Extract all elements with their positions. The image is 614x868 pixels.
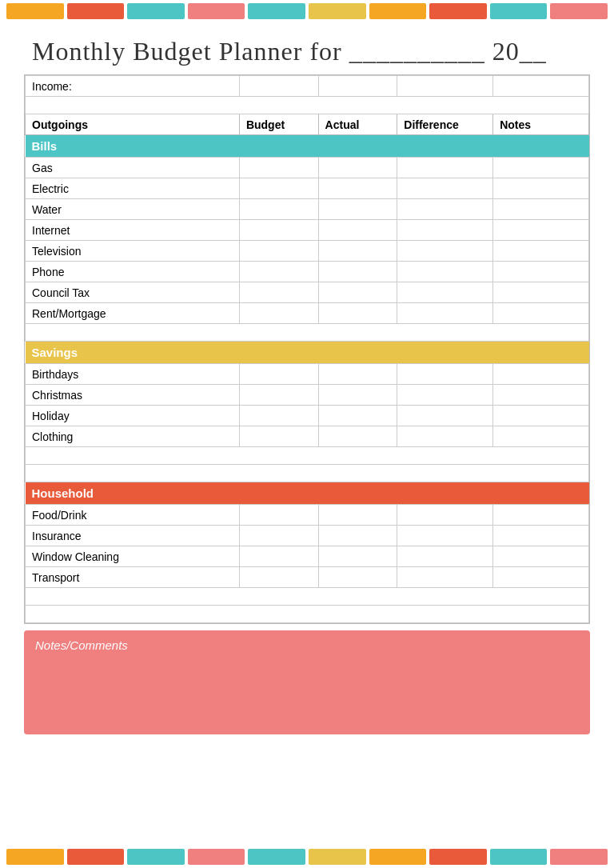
income-label: Income: [26,76,240,97]
table-row: Birthdays [26,364,589,385]
strip-block [429,849,487,865]
section-household-header: Household [26,482,589,505]
strip-block [309,3,366,19]
table-row: Food/Drink [26,505,589,526]
table-row: Holiday [26,406,589,426]
spacer-row [26,97,589,114]
strip-block [6,3,64,19]
strip-block [248,3,305,19]
table-row: Water [26,199,589,220]
item-internet: Internet [26,220,240,241]
col-header-notes: Notes [493,114,589,135]
col-header-outgoings: Outgoings [26,114,240,135]
item-electric: Electric [26,178,240,199]
top-color-strip [0,0,614,22]
budget-table: Income: Outgoings Budget Actual Differen… [25,75,589,623]
strip-block [309,849,366,865]
item-phone: Phone [26,262,240,282]
savings-label: Savings [26,342,589,364]
strip-block [6,849,64,865]
strip-block [127,849,185,865]
table-row: Rent/Mortgage [26,303,589,324]
table-row: Phone [26,262,589,282]
col-header-difference: Difference [397,114,493,135]
table-row: Gas [26,158,589,178]
item-christmas: Christmas [26,385,240,406]
spacer-row [26,606,589,623]
table-row: Council Tax [26,282,589,303]
item-television: Television [26,241,240,262]
spacer-row [26,465,589,482]
bills-label: Bills [26,135,589,158]
strip-block [490,3,548,19]
item-gas: Gas [26,158,240,178]
notes-comments-box: Notes/Comments [24,630,590,734]
item-window-cleaning: Window Cleaning [26,546,240,567]
table-row: Internet [26,220,589,241]
strip-block [550,849,608,865]
budget-table-container: Income: Outgoings Budget Actual Differen… [24,74,590,624]
item-transport: Transport [26,567,240,588]
strip-block [429,3,487,19]
strip-block [188,3,245,19]
section-bills-header: Bills [26,135,589,158]
table-row: Christmas [26,385,589,406]
item-rent-mortgage: Rent/Mortgage [26,303,240,324]
item-clothing: Clothing [26,426,240,447]
notes-label: Notes/Comments [35,638,128,652]
strip-block [188,849,245,865]
col-header-budget: Budget [239,114,318,135]
col-header-actual: Actual [318,114,397,135]
table-row: Transport [26,567,589,588]
item-water: Water [26,199,240,220]
item-holiday: Holiday [26,406,240,426]
spacer-row [26,447,589,465]
strip-block [67,3,125,19]
item-food-drink: Food/Drink [26,505,240,526]
spacer-row [26,324,589,342]
section-savings-header: Savings [26,342,589,364]
household-label: Household [26,482,589,505]
item-council-tax: Council Tax [26,282,240,303]
strip-block [67,849,125,865]
table-row: Television [26,241,589,262]
item-birthdays: Birthdays [26,364,240,385]
title-area: Monthly Budget Planner for __________ 20… [0,22,614,74]
column-header-row: Outgoings Budget Actual Difference Notes [26,114,589,135]
strip-block [127,3,185,19]
table-row: Electric [26,178,589,199]
table-row: Window Cleaning [26,546,589,567]
spacer-row [26,588,589,606]
page-title: Monthly Budget Planner for __________ 20… [32,37,547,66]
strip-block [550,3,608,19]
strip-block [369,3,427,19]
item-insurance: Insurance [26,526,240,546]
bottom-color-strip [0,846,614,868]
table-row: Insurance [26,526,589,546]
income-row: Income: [26,76,589,97]
strip-block [248,849,305,865]
table-row: Clothing [26,426,589,447]
strip-block [490,849,548,865]
strip-block [369,849,427,865]
